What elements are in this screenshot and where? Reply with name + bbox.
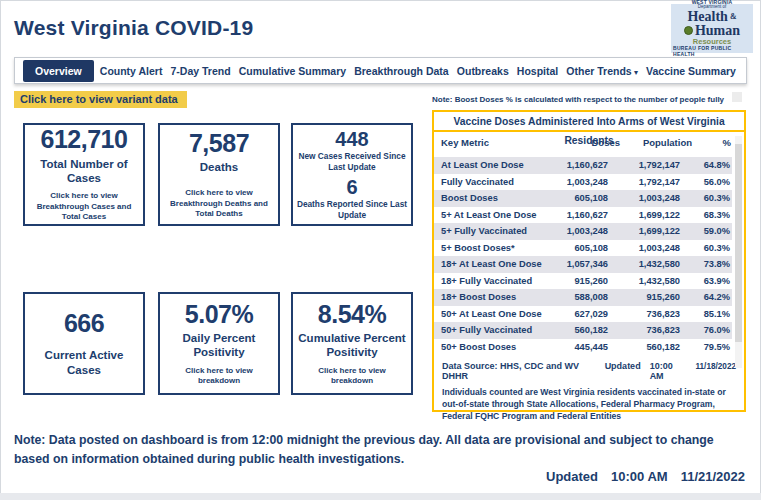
cumulative-positivity-breakdown-link[interactable]: Click here to view breakdown	[296, 366, 408, 387]
value-cell: 915,260	[608, 292, 680, 302]
vaccine-doses-table: Vaccine Doses Administered Into Arms of …	[432, 110, 746, 412]
cumulative-positivity-value: 8.54%	[318, 301, 386, 327]
value-cell: 60.3%	[680, 193, 732, 203]
value-cell: 68.3%	[680, 210, 732, 220]
new-cases-label: New Cases Received Since Last Update	[296, 151, 408, 173]
value-cell: 588,008	[546, 292, 608, 302]
value-cell: 1,160,627	[546, 210, 608, 220]
table-scroll-corner	[732, 92, 742, 102]
metric-cell: Boost Doses	[434, 193, 546, 203]
value-cell: 73.8%	[680, 259, 732, 269]
table-scrollbar[interactable]	[735, 136, 742, 368]
value-cell: 736,823	[608, 325, 680, 335]
tab-outbreaks[interactable]: Outbreaks	[455, 61, 511, 81]
vaccine-table-footnote: Individuals counted are West Virginia re…	[434, 383, 744, 422]
table-row: 18+ Boost Doses588,008915,26064.2%	[434, 289, 732, 306]
card-cumulative-positivity: 8.54% Cumulative Percent Positivity Clic…	[291, 292, 413, 395]
card-total-cases: 612,710 Total Number of Cases Click here…	[23, 123, 145, 226]
metric-cell: 50+ At Least One Dose	[434, 309, 546, 319]
value-cell: 605,108	[546, 243, 608, 253]
tab-vaccine-summary[interactable]: Vaccine Summary	[644, 61, 738, 81]
card-daily-positivity: 5.07% Daily Percent Positivity Click her…	[158, 292, 280, 395]
table-row: 5+ At Least One Dose1,160,6271,699,12268…	[434, 207, 732, 224]
metric-cell: Fully Vaccinated	[434, 177, 546, 187]
value-cell: 1,057,346	[546, 259, 608, 269]
value-cell: 1,699,122	[608, 226, 680, 236]
table-row: 50+ Boost Doses445,445560,18279.5%	[434, 339, 732, 356]
table-row: 50+ Fully Vaccinated560,182736,82376.0%	[434, 322, 732, 339]
value-cell: 1,699,122	[608, 210, 680, 220]
table-row: At Least One Dose1,160,6271,792,14764.8%	[434, 157, 732, 174]
nav-tabs: OverviewCounty Alert7-Day TrendCumulativ…	[14, 57, 747, 84]
logo-health: Health	[687, 10, 727, 24]
value-cell: 56.0%	[680, 177, 732, 187]
value-cell: 560,182	[608, 342, 680, 352]
tab-hospital[interactable]: Hospital	[515, 61, 560, 81]
value-cell: 1,003,248	[608, 193, 680, 203]
dashboard-page: West Virginia COVID-19 WEST VIRGINIA Dep…	[0, 0, 761, 500]
table-row: Fully Vaccinated1,003,2481,792,14756.0%	[434, 174, 732, 191]
page-title: West Virginia COVID-19	[14, 16, 253, 40]
value-cell: 1,003,248	[546, 226, 608, 236]
column-header-key-metric: Key Metric	[434, 137, 558, 148]
table-row: 50+ At Least One Dose627,029736,82385.1%	[434, 306, 732, 323]
value-cell: 63.9%	[680, 276, 732, 286]
daily-positivity-label: Daily Percent Positivity	[163, 331, 275, 360]
total-cases-breakthrough-link[interactable]: Click here to view Breakthrough Cases an…	[28, 191, 140, 222]
dashboard-updated: Updated 10:00 AM 11/21/2022	[546, 469, 745, 484]
card-deaths: 7,587 Deaths Click here to view Breakthr…	[158, 123, 280, 226]
value-cell: 627,029	[546, 309, 608, 319]
active-cases-label: Current Active Cases	[28, 348, 140, 377]
value-cell: 605,108	[546, 193, 608, 203]
tab-7-day-trend[interactable]: 7-Day Trend	[169, 61, 233, 81]
value-cell: 736,823	[608, 309, 680, 319]
column-header-population: Population	[620, 137, 692, 148]
new-deaths-label: Deaths Reported Since Last Update	[296, 199, 408, 221]
metric-cell: At Least One Dose	[434, 160, 546, 170]
table-source-row: Data Source: HHS, CDC and WV DHHR Update…	[434, 355, 744, 383]
value-cell: 1,792,147	[608, 177, 680, 187]
variant-data-link[interactable]: Click here to view variant data	[14, 91, 187, 108]
data-source-label: Data Source: HHS, CDC and WV DHHR	[442, 361, 605, 381]
chevron-down-icon: ▾	[632, 68, 638, 77]
deaths-breakthrough-link[interactable]: Click here to view Breakthrough Deaths a…	[163, 188, 275, 219]
tab-county-alert[interactable]: County Alert	[98, 61, 165, 81]
tab-overview[interactable]: Overview	[23, 60, 94, 82]
metric-cell: 5+ Boost Doses*	[434, 243, 546, 253]
value-cell: 560,182	[546, 325, 608, 335]
metric-cell: 50+ Boost Doses	[434, 342, 546, 352]
table-updated-label: Updated	[605, 361, 641, 371]
cumulative-positivity-label: Cumulative Percent Positivity	[296, 331, 408, 360]
value-cell: 1,160,627	[546, 160, 608, 170]
metric-cell: 18+ Fully Vaccinated	[434, 276, 546, 286]
logo-human: Human	[695, 24, 740, 38]
value-cell: 76.0%	[680, 325, 732, 335]
total-cases-label: Total Number of Cases	[28, 157, 140, 186]
table-row: 18+ Fully Vaccinated915,2601,432,58063.9…	[434, 273, 732, 290]
value-cell: 64.8%	[680, 160, 732, 170]
tab-other-trends[interactable]: Other Trends ▾	[564, 61, 640, 81]
dashboard-note: Note: Data posted on dashboard is from 1…	[14, 431, 730, 469]
logo-resources: Resources	[693, 38, 731, 46]
value-cell: 1,432,580	[608, 259, 680, 269]
value-cell: 1,432,580	[608, 276, 680, 286]
value-cell: 1,792,147	[608, 160, 680, 170]
table-updated-time: 10:00 AM	[650, 361, 687, 381]
value-cell: 85.1%	[680, 309, 732, 319]
logo-bureau: BUREAU FOR PUBLIC HEALTH	[673, 46, 751, 57]
value-cell: 60.3%	[680, 243, 732, 253]
total-cases-value: 612,710	[41, 126, 128, 152]
logo-ampersand: &	[730, 13, 737, 21]
updated-label: Updated	[546, 469, 598, 484]
vaccine-table-title: Vaccine Doses Administered Into Arms of …	[434, 112, 744, 132]
daily-positivity-breakdown-link[interactable]: Click here to view breakdown	[163, 366, 275, 387]
new-deaths-value: 6	[346, 176, 357, 198]
table-scrollbar-thumb[interactable]	[735, 144, 742, 342]
tab-breakthrough-data[interactable]: Breakthrough Data	[352, 61, 451, 81]
card-active-cases: 666 Current Active Cases	[23, 292, 145, 395]
metric-cell: 18+ Boost Doses	[434, 292, 546, 302]
table-row: 5+ Boost Doses*605,1081,003,24860.3%	[434, 240, 732, 257]
daily-positivity-value: 5.07%	[185, 301, 253, 327]
metric-cell: 5+ At Least One Dose	[434, 210, 546, 220]
tab-cumulative-summary[interactable]: Cumulative Summary	[237, 61, 348, 81]
